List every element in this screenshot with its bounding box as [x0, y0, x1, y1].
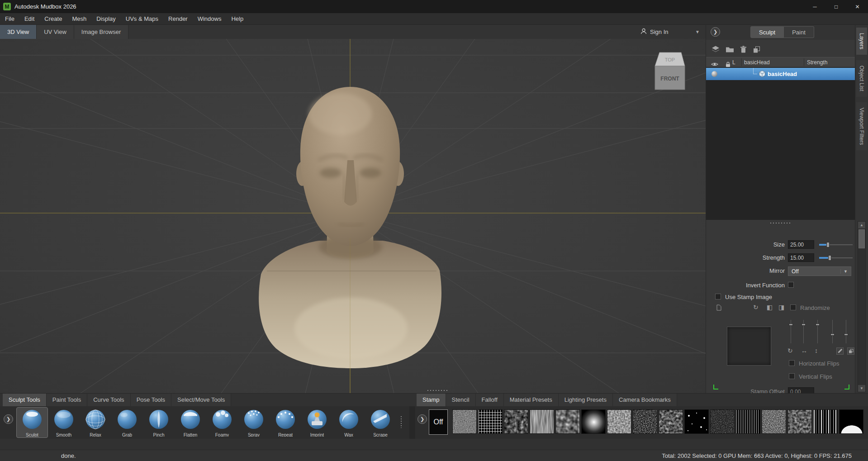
menu-item-render[interactable]: Render [163, 13, 193, 24]
stamp-thumb-hemisphere[interactable] [839, 409, 863, 434]
tool-relax[interactable]: Relax [80, 407, 111, 438]
side-tab-viewport-filters[interactable]: Viewport Filters [856, 102, 867, 150]
randomize-checkbox[interactable] [790, 304, 796, 310]
tool-foamy[interactable]: Foamy [206, 407, 238, 438]
stamp-off-button[interactable]: Off [429, 409, 448, 435]
tool-tab-sculpt-tools[interactable]: Sculpt Tools [3, 394, 47, 406]
flip-horizontal-icon[interactable]: ◧ [767, 304, 773, 311]
strength-slider[interactable] [819, 255, 853, 261]
stamp-slider-2[interactable] [802, 320, 806, 343]
rotate-stamp-icon[interactable]: ↻ [753, 304, 759, 311]
layer-row-basichead[interactable]: basicHead [706, 68, 855, 80]
delete-layer-trash-icon[interactable] [738, 44, 748, 54]
stamp-thumb-sparse-dots[interactable] [684, 409, 709, 434]
stamp-thumb-coarse-noise[interactable] [607, 409, 631, 434]
stamp-thumb-blotch-noise[interactable] [787, 409, 812, 434]
tool-wax[interactable]: Wax [333, 407, 365, 438]
scroll-down-icon[interactable]: ▼ [858, 385, 865, 392]
expand-panel-arrow-icon[interactable]: ❯ [711, 27, 720, 37]
preset-tab-material-presets[interactable]: Material Presets [504, 394, 559, 406]
preset-tab-stamp[interactable]: Stamp [417, 394, 446, 406]
menu-item-help[interactable]: Help [226, 13, 248, 24]
tool-tab-paint-tools[interactable]: Paint Tools [47, 394, 87, 406]
side-tab-object-list[interactable]: Object List [856, 60, 867, 97]
stamp-slider-4[interactable] [830, 320, 835, 343]
size-slider[interactable] [819, 242, 853, 247]
tab-paint[interactable]: Paint [784, 26, 814, 38]
stamp-thumb-barcode[interactable] [813, 409, 838, 434]
new-layer-icon[interactable] [711, 44, 721, 54]
maximize-button[interactable]: □ [825, 0, 847, 13]
view-tab-3d-view[interactable]: 3D View [0, 25, 37, 39]
edit-stamp-button[interactable] [836, 347, 844, 355]
preset-tab-stencil[interactable]: Stencil [446, 394, 476, 406]
menu-item-uvs-maps[interactable]: UVs & Maps [121, 13, 163, 24]
tool-smooth[interactable]: Smooth [48, 407, 80, 438]
stamp-thumb-dark-noise[interactable] [710, 409, 735, 434]
side-tab-layers[interactable]: Layers [856, 28, 867, 55]
viewport-3d[interactable]: TOP FRONT [0, 39, 706, 393]
tool-tab-curve-tools[interactable]: Curve Tools [87, 394, 130, 406]
menu-item-display[interactable]: Display [91, 13, 121, 24]
sign-in-control[interactable]: Sign In ▼ [637, 27, 703, 37]
tool-scrape[interactable]: Scrape [365, 407, 396, 438]
move-vertical-icon[interactable]: ↕ [815, 347, 818, 354]
stamp-thumb-scratch-noise[interactable] [762, 409, 786, 434]
menu-item-file[interactable]: File [0, 13, 19, 24]
close-button[interactable]: ✕ [847, 0, 868, 13]
properties-scrollbar[interactable]: ▲ ▼ [858, 221, 866, 392]
horizontal-flips-checkbox[interactable] [789, 360, 795, 366]
tool-spray[interactable]: Spray [238, 407, 270, 438]
view-tab-uv-view[interactable]: UV View [37, 25, 74, 39]
tool-tab-select-move-tools[interactable]: Select/Move Tools [171, 394, 231, 406]
scrollbar-thumb[interactable] [859, 229, 865, 248]
minimize-button[interactable]: ─ [804, 0, 825, 13]
stamp-thumb-thin-lines[interactable] [736, 409, 760, 434]
preset-tab-lighting-presets[interactable]: Lighting Presets [559, 394, 613, 406]
tab-sculpt[interactable]: Sculpt [750, 26, 784, 38]
view-cube[interactable]: TOP FRONT [655, 52, 685, 90]
mirror-dropdown[interactable]: Off ▼ [788, 266, 851, 276]
invert-function-checkbox[interactable] [788, 282, 794, 288]
copy-stamp-button[interactable] [847, 347, 854, 355]
flip-vertical-icon[interactable]: ◨ [778, 304, 784, 311]
stamp-thumb-splatter[interactable] [504, 409, 528, 434]
stamp-thumb-splatter-dense[interactable] [555, 409, 580, 434]
stamp-slider-1[interactable] [789, 320, 793, 343]
preset-tab-camera-bookmarks[interactable]: Camera Bookmarks [613, 394, 677, 406]
tool-tray-expand-icon[interactable]: ❯ [4, 414, 13, 424]
panel-splitter[interactable] [706, 220, 855, 226]
size-input[interactable] [788, 240, 814, 249]
stamp-tray-expand-icon[interactable]: ❯ [417, 414, 427, 424]
layer-group-folder-icon[interactable] [725, 44, 735, 54]
tool-flatten[interactable]: Flatten [175, 407, 206, 438]
stamp-thumb-spot-noise[interactable] [659, 409, 683, 434]
tool-pinch[interactable]: Pinch [143, 407, 175, 438]
stamp-thumb-grid-mesh[interactable] [478, 409, 503, 434]
menu-item-windows[interactable]: Windows [193, 13, 227, 24]
move-horizontal-icon[interactable]: ↔ [801, 347, 807, 354]
stamp-offset-input[interactable] [788, 387, 814, 393]
stamp-thumb-vertical-streaks[interactable] [530, 409, 554, 434]
scroll-up-icon[interactable]: ▲ [858, 222, 865, 228]
tray-drag-handle[interactable] [427, 390, 448, 391]
strength-input[interactable] [788, 253, 814, 262]
use-stamp-image-checkbox[interactable] [715, 294, 721, 299]
stamp-page-icon[interactable] [715, 304, 722, 311]
stamp-thumb-soft-blob[interactable] [581, 409, 606, 434]
preset-tab-falloff[interactable]: Falloff [476, 394, 504, 406]
stamp-thumb-speckle[interactable] [633, 409, 657, 434]
menu-item-mesh[interactable]: Mesh [67, 13, 91, 24]
view-tab-image-browser[interactable]: Image Browser [74, 25, 128, 39]
tool-grab[interactable]: Grab [111, 407, 143, 438]
tool-imprint[interactable]: Imprint [301, 407, 333, 438]
tool-repeat[interactable]: Repeat [270, 407, 301, 438]
duplicate-layer-icon[interactable] [752, 44, 762, 54]
menu-item-create[interactable]: Create [39, 13, 67, 24]
stamp-slider-3[interactable] [816, 320, 820, 343]
vertical-flips-checkbox[interactable] [789, 373, 795, 379]
tool-sculpt[interactable]: Sculpt [16, 407, 48, 438]
stamp-thumb-fine-noise[interactable] [452, 409, 477, 434]
rotate-icon[interactable]: ↻ [787, 347, 793, 354]
stamp-slider-5[interactable] [844, 320, 848, 343]
